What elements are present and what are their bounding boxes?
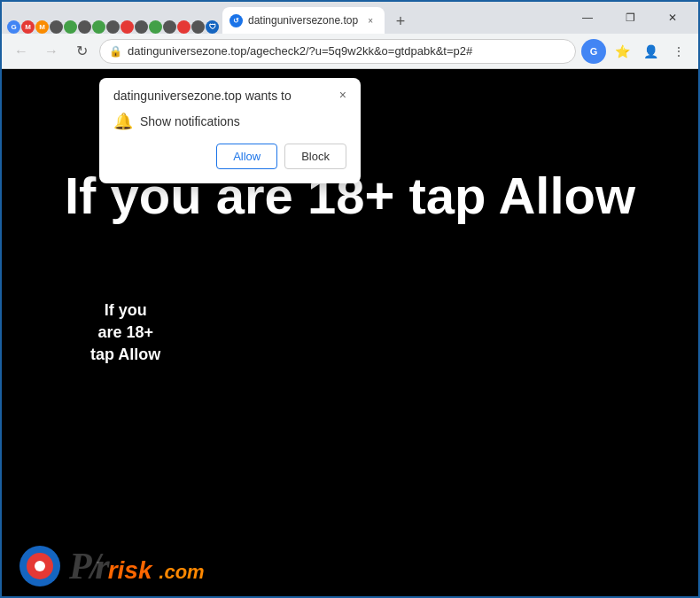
- refresh-icon: ↻: [76, 43, 88, 59]
- maximize-button[interactable]: ❐: [610, 4, 650, 31]
- favicon-d2: [64, 20, 77, 34]
- favicon-d11: [191, 20, 205, 34]
- popup-close-button[interactable]: ×: [339, 89, 346, 101]
- favicon-m1: M: [21, 20, 35, 34]
- address-bar[interactable]: 🔒 datinguniversezone.top/agecheck2/?u=5q…: [99, 39, 576, 64]
- pcrisk-logo-icon: [19, 546, 60, 586]
- tab-label: datinguniversezone.top: [248, 14, 358, 27]
- popup-notification-text: Show notifications: [140, 114, 240, 128]
- pcrisk-inner-circle: [27, 553, 53, 579]
- lock-icon: 🔒: [109, 45, 122, 58]
- active-tab[interactable]: ↺ datinguniversezone.top ×: [222, 7, 385, 34]
- pcrisk-text-logo: P/ r risk .com: [69, 545, 205, 587]
- popup-title: datinguniversezone.top wants to: [113, 89, 292, 103]
- notification-popup: datinguniversezone.top wants to × 🔔 Show…: [99, 78, 361, 183]
- block-button[interactable]: Block: [284, 144, 346, 169]
- favicon-group: G M M 🛡: [7, 20, 219, 34]
- forward-icon: →: [44, 43, 58, 59]
- forward-button[interactable]: →: [39, 39, 64, 64]
- profile-button[interactable]: 👤: [638, 39, 663, 64]
- popup-header: datinguniversezone.top wants to ×: [113, 89, 346, 103]
- favicon-d9: [163, 20, 176, 34]
- pcrisk-r-letter: r: [95, 545, 107, 587]
- page-content: datinguniversezone.top wants to × 🔔 Show…: [2, 69, 698, 596]
- favicon-d8: [149, 20, 162, 34]
- allow-button[interactable]: Allow: [216, 144, 277, 169]
- pcrisk-risk-text: risk .com: [108, 556, 205, 585]
- tab-favicon: ↺: [229, 14, 243, 27]
- favicon-d10: [177, 20, 191, 34]
- favicon-shield: 🛡: [206, 20, 219, 34]
- bell-icon: 🔔: [113, 112, 133, 131]
- watermark: P/ r risk .com: [19, 545, 205, 587]
- window-controls: — ❐ ✕: [567, 4, 693, 31]
- favicon-d7: [135, 20, 148, 34]
- popup-buttons: Allow Block: [113, 144, 346, 169]
- page-side-text: If youare 18+tap Allow: [90, 299, 160, 367]
- nav-bar: ← → ↻ 🔒 datinguniversezone.top/agecheck2…: [2, 34, 698, 69]
- refresh-button[interactable]: ↻: [69, 39, 94, 64]
- favicon-d6: [121, 20, 134, 34]
- tab-close-button[interactable]: ×: [363, 13, 377, 27]
- favicon-d4: [92, 20, 105, 34]
- pcrisk-slash-letters: P/: [69, 545, 98, 587]
- favicon-d3: [78, 20, 91, 34]
- nav-icons-right: G ⭐ 👤 ⋮: [581, 39, 691, 64]
- new-tab-button[interactable]: +: [388, 9, 413, 34]
- pcrisk-dot: [35, 561, 45, 571]
- tab-strip: G M M 🛡 ↺ datinguniversezone.top ×: [7, 2, 564, 34]
- favicon-d1: [50, 20, 63, 34]
- address-text: datinguniversezone.top/agecheck2/?u=5q9w…: [128, 44, 566, 58]
- page-side-text-content: If youare 18+tap Allow: [90, 301, 160, 363]
- close-button[interactable]: ✕: [652, 4, 693, 31]
- favicon-m2: M: [35, 20, 49, 34]
- menu-button[interactable]: ⋮: [666, 39, 691, 64]
- favicon-g: G: [7, 20, 20, 34]
- favicon-d5: [106, 20, 120, 34]
- popup-notification-row: 🔔 Show notifications: [113, 112, 346, 131]
- back-icon: ←: [14, 43, 28, 59]
- minimize-button[interactable]: —: [567, 4, 608, 31]
- google-account-button[interactable]: G: [581, 39, 606, 64]
- browser-window: G M M 🛡 ↺ datinguniversezone.top ×: [0, 0, 700, 598]
- back-button[interactable]: ←: [9, 39, 34, 64]
- bookmark-button[interactable]: ⭐: [610, 39, 634, 64]
- title-bar: G M M 🛡 ↺ datinguniversezone.top ×: [2, 2, 698, 34]
